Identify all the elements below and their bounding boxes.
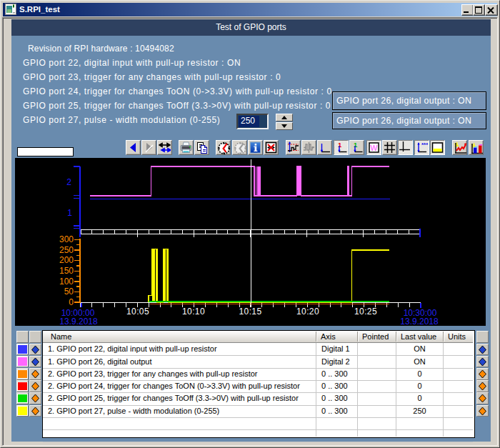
svg-text:10:15: 10:15 [239, 307, 261, 317]
svg-text:***: *** [421, 141, 428, 148]
svg-text:1: 1 [338, 141, 342, 149]
svg-text:10:10: 10:10 [182, 307, 205, 317]
svg-text:2: 2 [66, 177, 71, 187]
svg-text:250: 250 [59, 245, 74, 255]
svg-text:10:05: 10:05 [126, 307, 149, 317]
svg-text:150: 150 [59, 266, 74, 276]
svg-text:13.9.2018: 13.9.2018 [400, 317, 439, 326]
svg-text:200: 200 [59, 255, 74, 265]
svg-text:100: 100 [59, 277, 74, 287]
svg-text:W: W [371, 144, 378, 152]
svg-text:13.9.2018: 13.9.2018 [59, 317, 98, 326]
svg-text:1: 1 [354, 141, 358, 149]
svg-text:0: 0 [69, 297, 74, 307]
svg-text:10:20: 10:20 [296, 307, 319, 317]
svg-text:300: 300 [59, 234, 74, 244]
svg-text:1: 1 [67, 208, 72, 218]
svg-text:10:25: 10:25 [354, 307, 377, 317]
svg-text:50: 50 [64, 287, 74, 297]
